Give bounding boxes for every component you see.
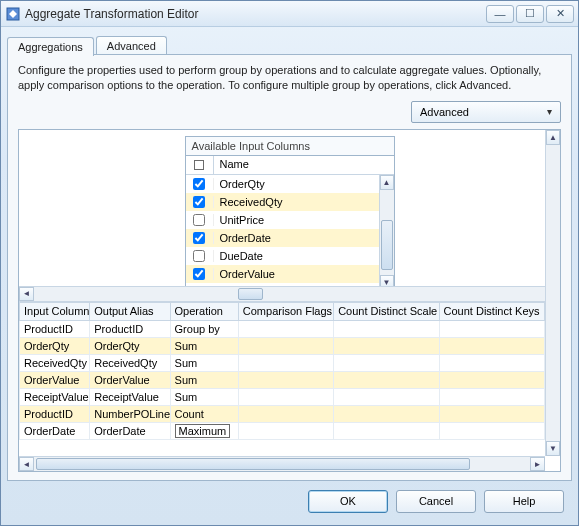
mapping-cell[interactable]: ReceiptValue: [90, 388, 170, 405]
mapping-cell[interactable]: [238, 371, 333, 388]
scroll-track[interactable]: [34, 287, 545, 301]
cancel-button[interactable]: Cancel: [396, 490, 476, 513]
available-vertical-scrollbar[interactable]: ▲ ▼: [379, 175, 394, 290]
scroll-right-icon[interactable]: ►: [530, 457, 545, 471]
mapping-row[interactable]: ReceiptValueReceiptValueSum: [20, 388, 545, 405]
scroll-track[interactable]: [380, 190, 394, 275]
column-checkbox[interactable]: [193, 214, 205, 226]
available-columns-list[interactable]: OrderQtyReceivedQtyUnitPriceOrderDateDue…: [186, 175, 394, 290]
mapping-header-cell[interactable]: Comparison Flags: [238, 302, 333, 320]
column-checkbox[interactable]: [193, 268, 205, 280]
mapping-row[interactable]: ProductIDNumberPOLinesCount: [20, 405, 545, 422]
mapping-cell[interactable]: [439, 320, 544, 337]
mapping-cell[interactable]: ProductID: [20, 405, 90, 422]
mapping-cell[interactable]: OrderDate: [20, 422, 90, 439]
mapping-cell[interactable]: OrderQty: [20, 337, 90, 354]
mapping-row[interactable]: ReceivedQtyReceivedQtySum: [20, 354, 545, 371]
mapping-cell[interactable]: OrderValue: [20, 371, 90, 388]
tab-advanced[interactable]: Advanced: [96, 36, 167, 55]
mapping-cell[interactable]: Sum: [170, 371, 238, 388]
mapping-cell[interactable]: [334, 337, 439, 354]
mapping-cell[interactable]: [334, 354, 439, 371]
available-horizontal-scrollbar[interactable]: ◄ ►: [19, 286, 560, 301]
advanced-toggle-button[interactable]: Advanced ▾: [411, 101, 561, 123]
mapping-cell[interactable]: [238, 354, 333, 371]
column-checkbox[interactable]: [193, 196, 205, 208]
column-checkbox-cell[interactable]: [186, 268, 214, 280]
mapping-cell[interactable]: [238, 320, 333, 337]
mapping-cell[interactable]: [334, 388, 439, 405]
available-column-row[interactable]: ReceivedQty: [186, 193, 394, 211]
scroll-track[interactable]: [546, 145, 560, 441]
cell-editor[interactable]: Maximum: [175, 424, 231, 438]
mapping-cell[interactable]: Sum: [170, 337, 238, 354]
mapping-cell[interactable]: ReceiptValue: [20, 388, 90, 405]
mapping-cell[interactable]: [439, 405, 544, 422]
scroll-up-icon[interactable]: ▲: [380, 175, 394, 190]
mapping-cell[interactable]: NumberPOLines: [90, 405, 170, 422]
mapping-header-cell[interactable]: Output Alias: [90, 302, 170, 320]
mapping-row[interactable]: OrderQtyOrderQtySum: [20, 337, 545, 354]
mapping-cell[interactable]: ReceivedQty: [20, 354, 90, 371]
scroll-track[interactable]: [34, 457, 530, 471]
scroll-up-icon[interactable]: ▲: [546, 130, 560, 145]
available-column-row[interactable]: OrderDate: [186, 229, 394, 247]
mapping-cell[interactable]: [238, 388, 333, 405]
scroll-thumb[interactable]: [381, 220, 393, 270]
mapping-cell[interactable]: [334, 320, 439, 337]
available-column-row[interactable]: OrderQty: [186, 175, 394, 193]
mapping-cell[interactable]: Group by: [170, 320, 238, 337]
mapping-cell[interactable]: [334, 422, 439, 439]
mapping-cell[interactable]: ProductID: [20, 320, 90, 337]
scroll-left-icon[interactable]: ◄: [19, 457, 34, 471]
column-checkbox[interactable]: [193, 178, 205, 190]
mapping-cell[interactable]: ProductID: [90, 320, 170, 337]
mapping-cell[interactable]: OrderValue: [90, 371, 170, 388]
column-checkbox[interactable]: [193, 250, 205, 262]
mapping-cell[interactable]: [439, 354, 544, 371]
help-button[interactable]: Help: [484, 490, 564, 513]
mapping-cell[interactable]: [439, 371, 544, 388]
mapping-cell[interactable]: OrderQty: [90, 337, 170, 354]
column-checkbox-cell[interactable]: [186, 250, 214, 262]
scroll-thumb[interactable]: [36, 458, 470, 470]
mapping-cell[interactable]: Sum: [170, 388, 238, 405]
available-column-row[interactable]: UnitPrice: [186, 211, 394, 229]
mapping-header-cell[interactable]: Input Column: [20, 302, 90, 320]
scroll-left-icon[interactable]: ◄: [19, 287, 34, 301]
scroll-thumb[interactable]: [238, 288, 263, 300]
ok-button[interactable]: OK: [308, 490, 388, 513]
mapping-row[interactable]: ProductIDProductIDGroup by: [20, 320, 545, 337]
mapping-row[interactable]: OrderDateOrderDateMaximum: [20, 422, 545, 439]
available-column-row[interactable]: DueDate: [186, 247, 394, 265]
mapping-cell[interactable]: [439, 337, 544, 354]
mapping-cell[interactable]: [439, 388, 544, 405]
minimize-button[interactable]: —: [486, 5, 514, 23]
mapping-cell[interactable]: Maximum: [170, 422, 238, 439]
grid-horizontal-scrollbar[interactable]: ◄ ►: [19, 456, 545, 471]
mapping-cell[interactable]: [238, 405, 333, 422]
column-checkbox-cell[interactable]: [186, 214, 214, 226]
mapping-cell[interactable]: [238, 422, 333, 439]
mapping-header-cell[interactable]: Operation: [170, 302, 238, 320]
mapping-cell[interactable]: ReceivedQty: [90, 354, 170, 371]
mapping-row[interactable]: OrderValueOrderValueSum: [20, 371, 545, 388]
grid-vertical-scrollbar[interactable]: ▲ ▼: [545, 130, 560, 456]
column-checkbox-cell[interactable]: [186, 196, 214, 208]
mapping-cell[interactable]: [238, 337, 333, 354]
mapping-header-cell[interactable]: Count Distinct Scale: [334, 302, 439, 320]
mapping-cell[interactable]: [439, 422, 544, 439]
scroll-down-icon[interactable]: ▼: [546, 441, 560, 456]
close-button[interactable]: ✕: [546, 5, 574, 23]
mapping-cell[interactable]: [334, 405, 439, 422]
select-all-checkbox-cell[interactable]: [186, 156, 214, 174]
mapping-cell[interactable]: Sum: [170, 354, 238, 371]
column-checkbox-cell[interactable]: [186, 178, 214, 190]
mapping-cell[interactable]: OrderDate: [90, 422, 170, 439]
available-column-row[interactable]: OrderValue: [186, 265, 394, 283]
column-checkbox-cell[interactable]: [186, 232, 214, 244]
mapping-cell[interactable]: [334, 371, 439, 388]
mapping-header-cell[interactable]: Count Distinct Keys: [439, 302, 544, 320]
mapping-cell[interactable]: Count: [170, 405, 238, 422]
mapping-table[interactable]: Input ColumnOutput AliasOperationCompari…: [19, 302, 545, 440]
